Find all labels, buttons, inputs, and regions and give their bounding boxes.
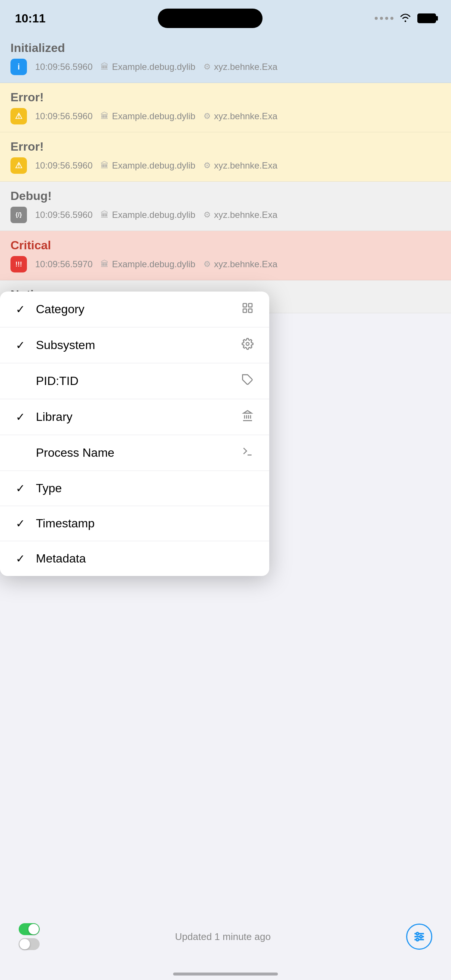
checkmark-category: ✓ <box>13 303 27 316</box>
status-time: 10:11 <box>15 11 46 25</box>
menu-item-metadata[interactable]: ✓ Metadata <box>0 541 269 576</box>
toggle-row-2[interactable] <box>19 938 40 950</box>
svg-point-16 <box>416 932 419 935</box>
svg-point-17 <box>420 935 422 938</box>
checkmark-metadata: ✓ <box>13 552 27 565</box>
log-entry-error1[interactable]: Error! ⚠ 10:09:56.5960 🏛 Example.debug.d… <box>0 83 451 132</box>
log-meta-initialized: i 10:09:56.5960 🏛 Example.debug.dylib ⚙ … <box>11 59 440 75</box>
menu-item-library-left: ✓ Library <box>13 410 73 424</box>
battery-icon <box>418 13 436 23</box>
log-entry-initialized[interactable]: Initialized i 10:09:56.5960 🏛 Example.de… <box>0 33 451 83</box>
svg-point-18 <box>416 939 419 941</box>
svg-rect-1 <box>249 304 252 307</box>
log-title-initialized: Initialized <box>11 41 440 55</box>
library-building-icon <box>239 410 256 424</box>
badge-warning1: ⚠ <box>11 108 27 124</box>
log-entries-list: Initialized i 10:09:56.5960 🏛 Example.de… <box>0 33 451 313</box>
menu-item-processname-left: ✓ Process Name <box>13 446 115 460</box>
terminal-icon <box>239 445 256 460</box>
svg-rect-2 <box>243 309 247 312</box>
menu-label-timestamp: Timestamp <box>36 517 95 530</box>
checkmark-subsystem: ✓ <box>13 339 27 352</box>
gear-icon <box>239 338 256 352</box>
badge-debug: {/} <box>11 207 27 223</box>
log-meta-critical: !!! 10:09:56.5970 🏛 Example.debug.dylib … <box>11 256 440 272</box>
status-icons <box>375 12 436 24</box>
update-status: Updated 1 minute ago <box>175 931 271 943</box>
menu-label-type: Type <box>36 481 62 495</box>
library-icon-c: 🏛 <box>100 259 109 269</box>
badge-warning2: ⚠ <box>11 158 27 174</box>
toggle-row-1[interactable] <box>19 923 40 935</box>
grid-icon <box>239 302 256 317</box>
library-initialized: 🏛 Example.debug.dylib <box>100 62 195 72</box>
menu-item-library[interactable]: ✓ Library <box>0 399 269 435</box>
status-bar: 10:11 <box>0 0 451 33</box>
badge-info: i <box>11 59 27 75</box>
menu-item-timestamp-left: ✓ Timestamp <box>13 517 95 530</box>
subsystem-icon-c: ⚙ <box>204 259 211 269</box>
log-entry-error2[interactable]: Error! ⚠ 10:09:56.5960 🏛 Example.debug.d… <box>0 132 451 181</box>
log-entry-debug[interactable]: Debug! {/} 10:09:56.5960 🏛 Example.debug… <box>0 181 451 231</box>
menu-item-subsystem[interactable]: ✓ Subsystem <box>0 328 269 363</box>
menu-item-type[interactable]: ✓ Type <box>0 471 269 506</box>
log-title-critical: Critical <box>11 239 440 252</box>
filter-button[interactable] <box>406 924 432 950</box>
dynamic-island <box>158 9 263 28</box>
log-meta-debug: {/} 10:09:56.5960 🏛 Example.debug.dylib … <box>11 207 440 223</box>
wifi-icon <box>398 12 412 24</box>
svg-marker-11 <box>244 411 251 414</box>
menu-item-type-left: ✓ Type <box>13 481 62 495</box>
subsystem-icon: ⚙ <box>204 62 211 72</box>
menu-item-pidtid[interactable]: ✓ PID:TID <box>0 363 269 399</box>
bottom-bar: Updated 1 minute ago <box>0 916 451 958</box>
checkmark-timestamp: ✓ <box>13 517 27 530</box>
menu-label-processname: Process Name <box>36 446 115 460</box>
toggle-switch-1[interactable] <box>19 923 40 935</box>
menu-item-metadata-left: ✓ Metadata <box>13 552 86 565</box>
log-meta-error1: ⚠ 10:09:56.5960 🏛 Example.debug.dylib ⚙ … <box>11 108 440 124</box>
library-icon-e1: 🏛 <box>100 111 109 121</box>
menu-label-pidtid: PID:TID <box>36 374 78 388</box>
menu-label-metadata: Metadata <box>36 552 86 565</box>
toggle-switch-2[interactable] <box>19 938 40 950</box>
library-icon-d: 🏛 <box>100 210 109 220</box>
subsystem-icon-e2: ⚙ <box>204 161 211 170</box>
subsystem-icon-d: ⚙ <box>204 210 211 220</box>
menu-label-subsystem: Subsystem <box>36 338 95 352</box>
toggle-thumb-1 <box>29 924 39 934</box>
signal-icon <box>375 17 394 20</box>
svg-point-4 <box>246 342 249 345</box>
log-title-error1: Error! <box>11 91 440 104</box>
log-entry-critical[interactable]: Critical !!! 10:09:56.5970 🏛 Example.deb… <box>0 231 451 280</box>
menu-item-processname[interactable]: ✓ Process Name <box>0 435 269 471</box>
menu-label-library: Library <box>36 410 73 424</box>
menu-item-timestamp[interactable]: ✓ Timestamp <box>0 506 269 541</box>
svg-rect-3 <box>249 309 252 312</box>
toggle-thumb-2 <box>19 939 30 949</box>
menu-item-subsystem-left: ✓ Subsystem <box>13 338 95 352</box>
home-indicator <box>173 972 278 975</box>
subsystem-icon-e1: ⚙ <box>204 111 211 121</box>
badge-critical: !!! <box>11 256 27 272</box>
log-title-error2: Error! <box>11 140 440 154</box>
menu-item-category-left: ✓ Category <box>13 302 84 316</box>
library-icon: 🏛 <box>100 62 109 72</box>
checkmark-library: ✓ <box>13 410 27 423</box>
subsystem-initialized: ⚙ xyz.behnke.Exa <box>204 62 277 72</box>
checkmark-type: ✓ <box>13 482 27 495</box>
svg-rect-0 <box>243 304 247 307</box>
timestamp-initialized: 10:09:56.5960 <box>35 62 92 72</box>
log-meta-error2: ⚠ 10:09:56.5960 🏛 Example.debug.dylib ⚙ … <box>11 158 440 174</box>
menu-item-pidtid-left: ✓ PID:TID <box>13 374 78 388</box>
library-icon-e2: 🏛 <box>100 161 109 170</box>
menu-item-category[interactable]: ✓ Category <box>0 291 269 328</box>
menu-label-category: Category <box>36 302 84 316</box>
log-title-debug: Debug! <box>11 189 440 203</box>
filter-toggle-controls[interactable] <box>19 923 40 950</box>
tag-icon <box>239 374 256 388</box>
column-picker-menu: ✓ Category ✓ Subsystem ✓ PID <box>0 291 269 576</box>
